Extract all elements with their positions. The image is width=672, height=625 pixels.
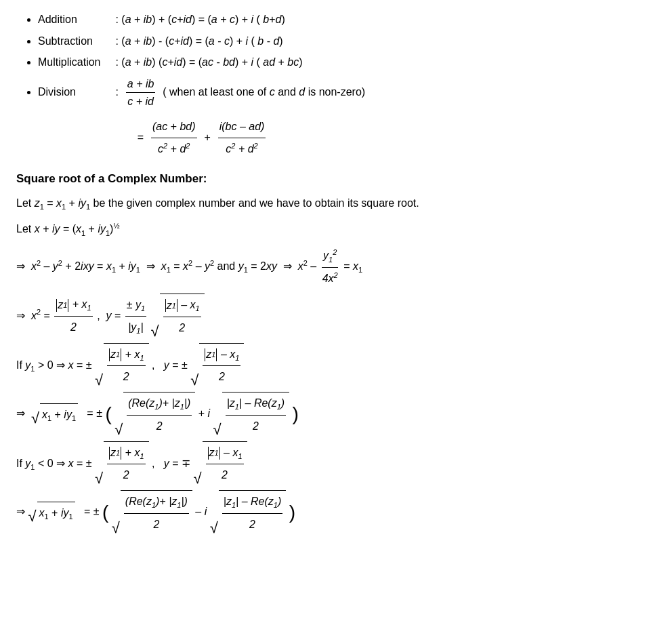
multiplication-item: Multiplication : (a + ib) (c+id) = (ac -… — [38, 54, 656, 71]
division-expanded-imag: i(bc – ad) c2 + d2 — [218, 116, 266, 160]
intro-line1: Let z1 = x1 + iy1 be the given complex n… — [16, 193, 656, 214]
addition-item: Addition : (a + ib) + (c+id) = (a + c) +… — [38, 11, 656, 28]
main-content: Addition : (a + ib) + (c+id) = (a + c) +… — [16, 11, 656, 536]
ify1lt0: If y1 < 0 ⇒ x = ± √ z1 + x1 2 , y = ∓ √ — [16, 441, 656, 487]
division-fraction1: a + ib c + id — [126, 75, 156, 110]
sqrt-result2: ⇒ √ x1 + iy1 = ± ( √ (Re(z1)+ |z1|) 2 – … — [16, 490, 656, 535]
multiplication-label: Multiplication — [38, 54, 112, 71]
intro-block: Let z1 = x1 + iy1 be the given complex n… — [16, 193, 656, 535]
section-heading: Square root of a Complex Number: — [16, 172, 656, 186]
x2-formula: ⇒ x2 = z1 + x1 2 , y = ± y1 |y1| √ z1 — [16, 294, 656, 339]
addition-label: Addition — [38, 11, 112, 28]
intro-line2: Let x + iy = (x1 + iy1)½ — [16, 218, 656, 241]
subtraction-formula: : (a + ib) - (c+id) = (a - c) + i ( b - … — [115, 35, 282, 47]
division-formula: : a + ib c + id ( when at least one of c… — [115, 86, 365, 98]
multiplication-formula: : (a + ib) (c+id) = (ac - bd) + i ( ad +… — [115, 56, 302, 68]
division-item: Division : a + ib c + id ( when at least… — [38, 75, 656, 110]
expansion-line: ⇒ x2 – y2 + 2ixy = x1 + iy1 ⇒ x1 = x2 – … — [16, 245, 656, 289]
subtraction-item: Subtraction : (a + ib) - (c+id) = (a - c… — [38, 33, 656, 50]
division-expanded-real: (ac + bd) c2 + d2 — [151, 116, 197, 160]
sqrt-result1: ⇒ √ x1 + iy1 = ± ( √ (Re(z1)+ |z1|) 2 + … — [16, 392, 656, 437]
division-label: Division — [38, 83, 112, 101]
ify1gt0: If y1 > 0 ⇒ x = ± √ z1 + x1 2 , y = ± √ — [16, 343, 656, 388]
operations-list: Addition : (a + ib) + (c+id) = (a + c) +… — [16, 11, 656, 110]
division-note: ( when at least one of c and d is non-ze… — [163, 86, 365, 98]
subtraction-label: Subtraction — [38, 33, 112, 50]
division-expansion: = (ac + bd) c2 + d2 + i(bc – ad) c2 + d2 — [38, 116, 656, 160]
addition-formula: : (a + ib) + (c+id) = (a + c) + i ( b+d) — [115, 14, 285, 25]
